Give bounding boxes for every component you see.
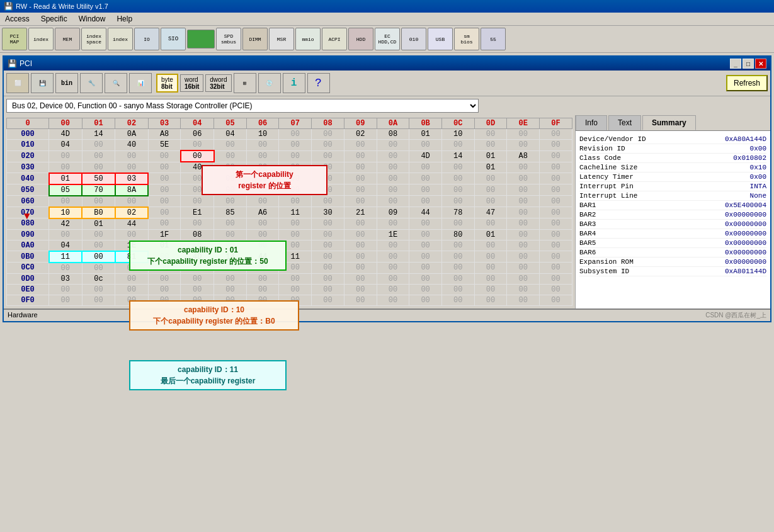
hex-cell[interactable]: 47 bbox=[474, 207, 507, 218]
hex-cell[interactable]: 00 bbox=[540, 162, 572, 173]
hex-cell[interactable]: 00 bbox=[441, 218, 474, 230]
hex-cell[interactable]: 00 bbox=[49, 229, 83, 240]
hex-cell[interactable]: 00 bbox=[82, 150, 115, 162]
hex-cell[interactable]: A8 bbox=[507, 150, 540, 162]
hex-cell[interactable]: 00 bbox=[181, 273, 214, 284]
menu-window[interactable]: Window bbox=[76, 14, 108, 24]
hex-cell[interactable]: 00 bbox=[441, 140, 474, 151]
hex-cell[interactable]: 00 bbox=[540, 129, 572, 140]
hex-cell[interactable]: 00 bbox=[441, 196, 474, 207]
refresh-button[interactable]: Refresh bbox=[726, 75, 768, 91]
hex-cell[interactable]: 00 bbox=[474, 218, 507, 230]
hex-cell[interactable]: 00 bbox=[540, 218, 572, 230]
toolbar-btn-5[interactable]: index bbox=[108, 28, 133, 50]
hex-cell[interactable]: 00 bbox=[312, 251, 344, 263]
hex-cell[interactable]: 00 bbox=[409, 184, 442, 196]
hex-cell[interactable]: 00 bbox=[344, 218, 377, 230]
hex-cell[interactable]: 00 bbox=[540, 263, 572, 274]
hex-cell[interactable]: 00 bbox=[344, 196, 377, 207]
hex-cell[interactable]: 00 bbox=[115, 284, 149, 295]
hex-cell[interactable]: 00 bbox=[312, 218, 344, 230]
hex-cell[interactable]: 00 bbox=[507, 284, 540, 295]
pci-tool-5[interactable]: 📊 bbox=[129, 73, 152, 93]
hex-cell[interactable]: 00 bbox=[507, 218, 540, 230]
hex-cell[interactable]: 00 bbox=[540, 150, 572, 162]
toolbar-btn-9[interactable]: HDD bbox=[348, 28, 373, 50]
hex-cell[interactable]: 85 bbox=[214, 207, 247, 218]
hex-cell[interactable]: 00 bbox=[441, 273, 474, 284]
menu-specific[interactable]: Specific bbox=[38, 14, 70, 24]
hex-cell[interactable]: 00 bbox=[377, 196, 409, 207]
hex-cell[interactable]: 00 bbox=[148, 273, 181, 284]
menu-help[interactable]: Help bbox=[114, 14, 135, 24]
hex-cell[interactable]: 00 bbox=[246, 140, 279, 151]
hex-cell[interactable]: 00 bbox=[148, 184, 181, 196]
hex-cell[interactable]: 00 bbox=[49, 162, 83, 173]
toolbar-btn-8[interactable]: DIMM bbox=[242, 28, 268, 50]
hex-cell[interactable]: 02 bbox=[344, 129, 377, 140]
hex-cell[interactable]: 00 bbox=[409, 229, 442, 240]
toolbar-btn-2[interactable]: index bbox=[28, 28, 54, 50]
hex-cell[interactable]: 00 bbox=[507, 207, 540, 218]
close-button[interactable]: ✕ bbox=[755, 59, 766, 69]
hex-cell[interactable]: 03 bbox=[115, 173, 149, 184]
hex-cell[interactable]: 00 bbox=[409, 295, 442, 305]
hex-cell[interactable]: 00 bbox=[344, 263, 377, 274]
hex-cell[interactable]: 00 bbox=[115, 196, 149, 207]
hex-cell[interactable]: 00 bbox=[377, 284, 409, 295]
hex-cell[interactable]: 00 bbox=[344, 284, 377, 295]
tab-summary[interactable]: Summary bbox=[642, 115, 696, 130]
hex-cell[interactable]: 04 bbox=[214, 129, 247, 140]
hex-cell[interactable]: 00 bbox=[441, 251, 474, 263]
hex-cell[interactable]: 00 bbox=[49, 263, 83, 274]
maximize-button[interactable]: □ bbox=[743, 59, 754, 69]
hex-cell[interactable]: 00 bbox=[507, 184, 540, 196]
hex-cell[interactable]: 00 bbox=[540, 273, 572, 284]
hex-cell[interactable]: 4D bbox=[49, 129, 83, 140]
hex-cell[interactable]: 00 bbox=[540, 173, 572, 184]
hex-cell[interactable]: 5E bbox=[148, 140, 181, 151]
toolbar-btn-sio[interactable]: SIO bbox=[161, 28, 186, 50]
hex-cell[interactable]: 00 bbox=[474, 129, 507, 140]
hex-cell[interactable]: 00 bbox=[409, 263, 442, 274]
hex-cell[interactable]: 00 bbox=[474, 173, 507, 184]
hex-cell[interactable]: 00 bbox=[507, 263, 540, 274]
hex-cell[interactable]: 14 bbox=[82, 129, 115, 140]
hex-cell[interactable]: 00 bbox=[115, 150, 149, 162]
hex-cell[interactable]: 00 bbox=[474, 295, 507, 305]
hex-cell[interactable]: 11 bbox=[279, 207, 312, 218]
hex-cell[interactable]: 00 bbox=[507, 140, 540, 151]
hex-cell[interactable]: 00 bbox=[214, 273, 247, 284]
toolbar-btn-smbios[interactable]: smbios bbox=[454, 28, 479, 50]
toolbar-btn-spd[interactable]: SPDsmbus bbox=[216, 28, 241, 50]
hex-cell[interactable]: 00 bbox=[82, 251, 115, 263]
toolbar-btn-6[interactable]: IO bbox=[134, 28, 159, 50]
hex-cell[interactable]: 00 bbox=[279, 273, 312, 284]
hex-cell[interactable]: 00 bbox=[441, 173, 474, 184]
hex-cell[interactable]: 00 bbox=[474, 273, 507, 284]
hex-cell[interactable]: 00 bbox=[377, 218, 409, 230]
hex-cell[interactable]: 00 bbox=[148, 162, 181, 173]
hex-cell[interactable]: 30 bbox=[312, 207, 344, 218]
hex-cell[interactable]: 00 bbox=[312, 129, 344, 140]
pci-tool-2[interactable]: 💾 bbox=[31, 73, 54, 93]
hex-cell[interactable]: 78 bbox=[441, 207, 474, 218]
hex-cell[interactable]: 05 bbox=[49, 184, 83, 196]
hex-cell[interactable]: 00 bbox=[148, 284, 181, 295]
hex-cell[interactable]: 00 bbox=[82, 263, 115, 274]
hex-cell[interactable]: 00 bbox=[246, 150, 279, 162]
hex-cell[interactable]: A8 bbox=[148, 129, 181, 140]
hex-cell[interactable]: A6 bbox=[246, 207, 279, 218]
hex-cell[interactable]: 70 bbox=[82, 184, 115, 196]
hex-cell[interactable]: 00 bbox=[540, 196, 572, 207]
hex-cell[interactable]: 00 bbox=[409, 240, 442, 251]
hex-cell[interactable]: 00 bbox=[409, 251, 442, 263]
hex-cell[interactable]: 00 bbox=[49, 284, 83, 295]
toolbar-btn-3[interactable]: MEM bbox=[55, 28, 80, 50]
hex-cell[interactable]: 21 bbox=[344, 207, 377, 218]
hex-cell[interactable]: 00 bbox=[377, 140, 409, 151]
hex-cell[interactable]: 00 bbox=[312, 150, 344, 162]
hex-cell[interactable]: 42 bbox=[49, 218, 83, 230]
menu-access[interactable]: Access bbox=[3, 14, 32, 24]
hex-cell[interactable]: 0A bbox=[115, 129, 149, 140]
